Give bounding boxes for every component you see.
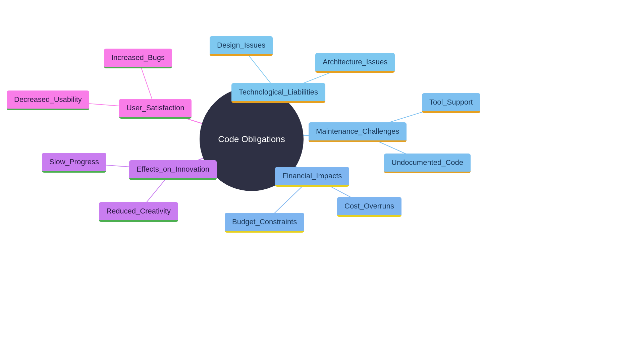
node-label: Effects_on_Innovation	[137, 165, 209, 174]
node-tech-liabilities[interactable]: Technological_Liabilities	[231, 83, 325, 103]
node-label: Cost_Overruns	[344, 202, 394, 210]
node-financial-impacts[interactable]: Financial_Impacts	[275, 167, 349, 187]
node-label: User_Satisfaction	[126, 104, 184, 112]
node-label: Tool_Support	[429, 98, 473, 107]
node-label: Decreased_Usability	[14, 95, 82, 104]
node-label: Technological_Liabilities	[239, 88, 318, 97]
node-label: Reduced_Creativity	[106, 207, 171, 216]
node-label: Undocumented_Code	[391, 158, 463, 167]
node-cost-overruns[interactable]: Cost_Overruns	[337, 197, 401, 217]
node-label: Architecture_Issues	[323, 58, 387, 66]
node-slow-progress[interactable]: Slow_Progress	[42, 153, 106, 173]
node-label: Slow_Progress	[49, 158, 99, 166]
node-label: Financial_Impacts	[282, 172, 342, 180]
node-label: Budget_Constraints	[232, 218, 297, 226]
node-maintenance-challenges[interactable]: Maintenance_Challenges	[309, 122, 407, 142]
node-design-issues[interactable]: Design_Issues	[210, 36, 273, 56]
node-budget-constraints[interactable]: Budget_Constraints	[225, 213, 304, 233]
node-label: Maintenance_Challenges	[316, 127, 399, 136]
node-label: Increased_Bugs	[111, 53, 165, 62]
node-reduced-creativity[interactable]: Reduced_Creativity	[99, 202, 178, 222]
node-decreased-usability[interactable]: Decreased_Usability	[7, 90, 89, 110]
node-architecture-issues[interactable]: Architecture_Issues	[315, 53, 395, 73]
node-undocumented-code[interactable]: Undocumented_Code	[384, 154, 471, 173]
node-increased-bugs[interactable]: Increased_Bugs	[104, 49, 172, 68]
node-user-satisfaction[interactable]: User_Satisfaction	[119, 99, 192, 119]
node-effects-innovation[interactable]: Effects_on_Innovation	[129, 160, 217, 180]
mind-map-canvas: Code Obligations User_Satisfaction Incre…	[0, 0, 644, 362]
center-label: Code Obligations	[218, 134, 285, 144]
node-label: Design_Issues	[217, 41, 265, 50]
node-tool-support[interactable]: Tool_Support	[422, 93, 480, 113]
